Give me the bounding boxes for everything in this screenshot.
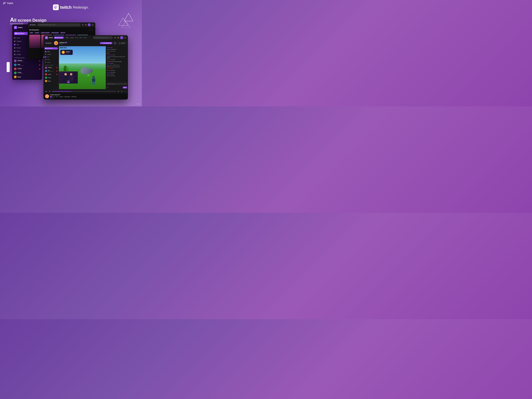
- main-get-bits[interactable]: Get Bits: [45, 42, 52, 44]
- chevron-down-icon-mid[interactable]: ▾: [92, 24, 94, 26]
- cat-tab-minecraft[interactable]: Minecraft: [60, 32, 66, 34]
- side-channel-cahyau[interactable]: CahyaU 3: [44, 73, 59, 76]
- side-channel-tuchky[interactable]: Tuchky: [44, 76, 59, 79]
- side-nav-category[interactable]: Category: [44, 53, 59, 56]
- next-arrow-mid[interactable]: ›: [91, 29, 94, 31]
- video-area: ● 1.2k 1080p X2 x2Twins ✓ Fortnite: [59, 46, 106, 89]
- fullscreen-button[interactable]: ⛶: [124, 90, 126, 93]
- chat-user-4: Miied2:: [107, 53, 110, 54]
- prev-arrow-mid[interactable]: ‹: [88, 29, 91, 31]
- side-nav-logout[interactable]: Log out: [44, 61, 59, 64]
- popup-verified: ✓: [70, 51, 71, 52]
- chat-input-box[interactable]: Send a message ♡ ⚙: [107, 83, 127, 85]
- play-button[interactable]: ▶: [45, 90, 47, 93]
- main-nav-live[interactable]: Live: [75, 37, 78, 38]
- char-head: [92, 76, 95, 78]
- main-search-bar[interactable]: 🔍 Search Streamers, games or tags: [93, 36, 113, 39]
- hot-streamers-title: Hot Streamers: [29, 29, 39, 31]
- main-start-stream-btn[interactable]: Start Stream: [54, 37, 64, 39]
- side-channel-anjayani[interactable]: Anjayani 22,456 Viewers 3: [44, 66, 59, 69]
- chat-text-2: HIIIIIIIIIIIIIIIIII: [111, 49, 116, 50]
- search-icon-mid: 🔍: [38, 24, 40, 25]
- mid-search-bar[interactable]: 🔍 Search Streamers, games or tags: [37, 23, 81, 26]
- crown-icon-main[interactable]: ♛: [114, 37, 116, 39]
- cat-tab-dota2[interactable]: Dota 2: [29, 32, 34, 34]
- bits-diamond-icon-main: [46, 43, 47, 44]
- side-viewers-ninja: 123,456 Viewers: [48, 71, 56, 72]
- pip-button[interactable]: ⊡: [120, 90, 123, 93]
- svg-marker-1: [119, 18, 128, 25]
- main-nav-home[interactable]: ⌂ Home: [65, 37, 68, 38]
- chat-text-5: So Cool: [112, 54, 115, 55]
- side-nav-prime[interactable]: Prime: [44, 58, 59, 61]
- main-user-avatar[interactable]: [120, 36, 123, 39]
- side-nav-home[interactable]: Home: [44, 50, 59, 53]
- side-channel-megan[interactable]: Megan: [44, 79, 59, 83]
- streamer-card-1[interactable]: [29, 35, 40, 48]
- cam-head-2: [70, 73, 72, 76]
- side-avatar-megan: [45, 80, 47, 82]
- bell-icon-mid[interactable]: 🔔: [85, 24, 87, 26]
- cat-tab-ml[interactable]: Mobile Legends: [51, 32, 59, 34]
- side-name-anjayani: Anjayani: [48, 67, 56, 68]
- stream-viewers: 180 Lives: [50, 98, 126, 99]
- chat-user-13: teea_juc:: [107, 70, 111, 71]
- prime-icon-side: [45, 59, 46, 60]
- volume-button[interactable]: 🔊: [49, 90, 51, 93]
- progress-bar[interactable]: [52, 91, 116, 92]
- main-nav-category[interactable]: Category: [70, 37, 74, 38]
- chat-user-15: x8rvnda:: [107, 74, 111, 75]
- chevron-icon-main[interactable]: ▾: [124, 37, 126, 39]
- sub-icon: 👤: [119, 43, 120, 44]
- chat-msg-14: fantonc: Well Played!: [107, 72, 127, 73]
- settings-icon-chat[interactable]: ⚙: [125, 83, 126, 84]
- back-channel-megan[interactable]: Megan: [12, 75, 42, 79]
- crown-icon-mid[interactable]: ♛: [82, 24, 84, 26]
- avatar-icon-mid[interactable]: [88, 23, 91, 26]
- bell-icon-main[interactable]: 🔔: [117, 37, 120, 39]
- star-icon-chat-footer[interactable]: ★: [108, 87, 109, 88]
- gear-icon-chat-footer[interactable]: ⚙: [107, 87, 108, 88]
- back-channel-item[interactable]: Anjayani 22,456 Viewers 3: [12, 59, 42, 63]
- progress-fill: [52, 91, 71, 92]
- ninja-viewers: 123,456 Viewers: [18, 65, 38, 66]
- live-dot-icon: [75, 37, 76, 38]
- tag-pcgame[interactable]: PC GAME: [59, 96, 63, 97]
- chat-send-button[interactable]: Chat: [123, 87, 127, 89]
- cat-tab-lol[interactable]: League of Legends: [40, 32, 50, 34]
- cat-tab-valorant[interactable]: Valorant: [34, 32, 40, 34]
- popup-game: Fortnite: [66, 52, 71, 53]
- streamer-game-main: Fortnite: [59, 44, 99, 44]
- tag-xboxgame[interactable]: XBOX GAME: [71, 96, 77, 97]
- stream-info-bar: Content Victory!!!!! Fortnite FPS PC GAM…: [44, 93, 128, 100]
- tag-fps[interactable]: FPS: [56, 96, 58, 97]
- video-controls: ▶ 🔊 ⚙ ⊡ ⛶: [44, 89, 128, 93]
- back-channel-cahyau[interactable]: CahyaU 1 hour ago 3: [12, 67, 42, 71]
- stream-info-avatar: [45, 94, 49, 98]
- chat-user-14: fantonc:: [107, 72, 110, 73]
- twitch-logo-icon: [53, 4, 59, 10]
- side-avatar-anjayani: [45, 67, 47, 69]
- stream-title: Content Victory!!!!!: [50, 94, 126, 95]
- tag-gameonline[interactable]: GAME ONLINE: [64, 96, 70, 97]
- heart-button[interactable]: ♡: [114, 42, 117, 45]
- chat-user-2: jalzlyest2:: [107, 49, 111, 50]
- subscribe-button[interactable]: 👤 Subscribe: [118, 42, 126, 44]
- side-start-stream-btn[interactable]: Start Stream: [44, 47, 58, 50]
- main-nav-prime[interactable]: Prime: [79, 37, 82, 38]
- main-nav-logout[interactable]: Log out: [83, 37, 87, 38]
- side-live-badge-anjayani: 3: [56, 67, 57, 68]
- mid-get-bits-btn[interactable]: Get Bits: [29, 24, 36, 26]
- svg-point-4: [47, 95, 47, 96]
- heart-icon-chat[interactable]: ♡: [124, 83, 125, 84]
- chat-msg-8: 1ovsalonji: please read my message...: [107, 61, 127, 62]
- fav-chevron-icon[interactable]: ▾: [57, 65, 57, 66]
- chat-footer: ⚙ ★ Chat: [106, 86, 128, 89]
- settings-button-video[interactable]: ⚙: [117, 90, 120, 93]
- back-channel-ninja[interactable]: Ninja 123,456 Viewers 3: [12, 63, 42, 67]
- side-nav-live[interactable]: Live: [44, 56, 59, 58]
- svg-marker-0: [124, 13, 133, 21]
- chat-user-16: teea_juc:: [107, 75, 111, 76]
- back-channel-tuchky[interactable]: Tuchky 12,456 Viewers: [12, 71, 42, 75]
- side-channel-ninja[interactable]: Ninja 123,456 Viewers 3: [44, 69, 59, 73]
